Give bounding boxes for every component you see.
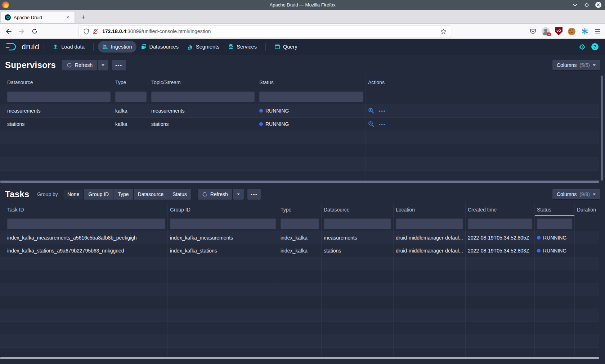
group-by-status-button[interactable]: Status <box>168 189 191 200</box>
column-header[interactable]: Datasource <box>0 76 113 89</box>
row-more-icon[interactable]: ••• <box>379 122 386 127</box>
tasks-horizontal-scrollbar[interactable] <box>0 357 599 359</box>
row-more-icon[interactable]: ••• <box>379 108 386 114</box>
window-minimize-button[interactable] <box>572 2 578 8</box>
forward-button[interactable] <box>17 26 27 36</box>
column-header[interactable]: Type <box>278 203 322 216</box>
column-header-sorted[interactable]: Status <box>535 203 575 216</box>
group-by-datasource-button[interactable]: Datasource <box>134 189 168 200</box>
tasks-filter-status[interactable] <box>537 218 572 229</box>
tasks-more-button[interactable]: ••• <box>247 189 261 200</box>
columns-count: (5/5) <box>579 62 590 68</box>
supervisors-filter-topic[interactable] <box>151 91 255 102</box>
tasks-filter-datasource[interactable] <box>324 218 391 229</box>
nav-item-query[interactable]: Query <box>270 41 302 53</box>
cell-status: RUNNING <box>535 231 575 244</box>
tab-title: Apache Druid <box>14 15 62 20</box>
supervisors-columns-button[interactable]: Columns (5/5) <box>552 60 600 70</box>
url-bar[interactable]: 172.18.0.4:30899/unified-console.html#in… <box>78 26 451 37</box>
window-close-button[interactable] <box>595 2 601 8</box>
nav-item-ingestion[interactable]: Ingestion <box>98 41 136 53</box>
empty-row <box>0 309 599 322</box>
new-tab-button[interactable]: + <box>79 13 88 22</box>
supervisors-refresh-button[interactable]: Refresh <box>62 60 97 70</box>
druid-logo[interactable]: druid <box>5 42 39 52</box>
status-dot-icon <box>537 236 541 240</box>
supervisors-filter-status[interactable] <box>259 91 363 102</box>
group-by-type-button[interactable]: Type <box>113 189 133 200</box>
tasks-filter-location[interactable] <box>396 218 463 229</box>
tab-close-button[interactable]: × <box>64 14 71 21</box>
nav-item-load-data[interactable]: Load data <box>48 41 89 53</box>
settings-gear-icon[interactable]: ⚙ <box>579 43 586 51</box>
tasks-columns-button[interactable]: Columns (9/9) <box>552 189 600 199</box>
help-icon[interactable]: ? <box>591 43 599 50</box>
nav-item-segments[interactable]: Segments <box>183 41 224 53</box>
tasks-filter-created-time[interactable] <box>468 218 532 229</box>
status-label: RUNNING <box>543 248 566 254</box>
insecure-lock-icon[interactable] <box>92 28 99 35</box>
tracking-shield-icon[interactable] <box>82 28 90 35</box>
druid-brand-text: druid <box>22 42 39 51</box>
magnifying-detail-icon[interactable] <box>368 108 375 114</box>
supervisor-row[interactable]: stations kafka stations RUNNING ••• <box>0 118 599 131</box>
supervisors-refresh-caret-button[interactable] <box>98 60 108 70</box>
refresh-icon <box>202 192 207 197</box>
bookmark-star-icon[interactable] <box>440 28 447 35</box>
nav-label: Ingestion <box>111 44 132 50</box>
supervisors-horizontal-scrollbar[interactable] <box>0 181 599 183</box>
chevron-down-icon <box>593 64 596 66</box>
refresh-icon <box>67 63 72 68</box>
hamburger-menu-icon[interactable] <box>593 27 602 36</box>
column-header[interactable]: Group ID <box>168 203 278 216</box>
nav-item-services[interactable]: Services <box>224 41 261 53</box>
group-by-group-id-button[interactable]: Group ID <box>84 189 113 200</box>
tasks-filter-type[interactable] <box>281 218 319 229</box>
columns-label: Columns <box>557 191 577 197</box>
supervisors-table-header: Datasource Type Topic/Stream Status Acti… <box>0 76 599 89</box>
task-row[interactable]: index_kafka_measurements_a5616c5ba8afb8b… <box>0 231 599 244</box>
status-label: RUNNING <box>265 108 289 114</box>
browser-tab[interactable]: Apache Druid × <box>1 11 75 23</box>
ingestion-icon <box>102 44 108 50</box>
empty-row <box>0 171 599 181</box>
cookie-extension-icon[interactable] <box>567 27 576 36</box>
supervisors-vertical-scrollbar[interactable] <box>601 76 603 181</box>
ublock-origin-icon[interactable]: uO <box>554 27 563 36</box>
nav-item-datasources[interactable]: Datasources <box>136 41 183 53</box>
supervisors-more-button[interactable]: ••• <box>112 60 126 70</box>
column-header[interactable]: Task ID <box>0 203 168 216</box>
task-row[interactable]: index_kafka_stations_a9a679b22795b63_nnk… <box>0 244 599 257</box>
tasks-refresh-button[interactable]: Refresh <box>198 189 232 200</box>
window-maximize-button[interactable] <box>584 2 590 8</box>
pocket-icon[interactable] <box>528 27 537 36</box>
supervisor-row[interactable]: measurements kafka measurements RUNNING … <box>0 104 599 118</box>
column-header[interactable]: Created time <box>466 203 535 216</box>
status-dot-icon <box>259 109 263 113</box>
column-header[interactable]: Topic/Stream <box>149 76 257 89</box>
group-by-none-button[interactable]: None <box>63 189 84 200</box>
cell-datasource: measurements <box>322 231 394 244</box>
account-extension-icon[interactable]: × <box>541 27 550 36</box>
tasks-refresh-caret-button[interactable] <box>233 189 244 200</box>
column-header[interactable]: Duration <box>575 203 599 216</box>
cell-actions: ••• <box>366 118 599 131</box>
tasks-filter-group-id[interactable] <box>170 218 276 229</box>
empty-row <box>0 158 599 171</box>
empty-row <box>0 270 599 283</box>
supervisors-filter-type[interactable] <box>115 91 147 102</box>
column-header[interactable]: Datasource <box>322 203 394 216</box>
chevron-down-icon <box>102 64 104 66</box>
services-icon <box>228 44 234 50</box>
column-header[interactable]: Location <box>394 203 466 216</box>
reload-button[interactable] <box>30 26 40 36</box>
asterisk-extension-icon[interactable] <box>580 27 589 36</box>
supervisors-filter-datasource[interactable] <box>7 91 111 102</box>
column-header[interactable]: Actions <box>366 76 599 89</box>
column-header[interactable]: Type <box>113 76 149 89</box>
tasks-filter-task-id[interactable] <box>7 218 165 229</box>
cell-created-time: 2022-08-19T05:34:52.803Z <box>466 244 535 257</box>
column-header[interactable]: Status <box>257 76 366 89</box>
back-button[interactable] <box>4 26 14 36</box>
magnifying-detail-icon[interactable] <box>368 121 375 127</box>
